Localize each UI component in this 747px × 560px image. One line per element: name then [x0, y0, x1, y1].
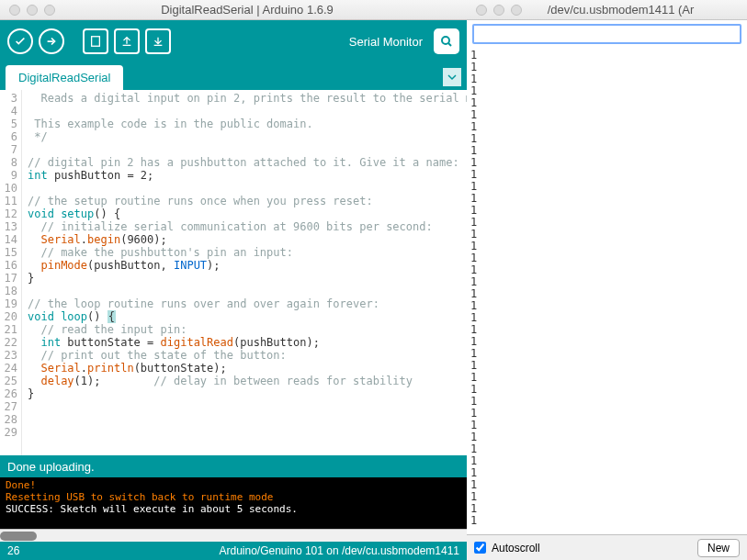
serial-output[interactable]: 1111111111111111111111111111111111111111	[467, 48, 747, 534]
serial-monitor-label: Serial Monitor	[349, 35, 423, 49]
serial-send-input[interactable]	[472, 24, 741, 44]
console-line: Resetting USB to switch back to runtime …	[6, 491, 461, 503]
horizontal-scrollbar[interactable]	[0, 529, 467, 542]
monitor-title: /dev/cu.usbmodem1411 (Ar	[531, 3, 747, 17]
ide-toolbar: Serial Monitor	[0, 20, 467, 62]
monitor-button[interactable]: New	[697, 539, 740, 557]
minimize-icon[interactable]	[27, 5, 38, 16]
autoscroll-checkbox[interactable]	[474, 542, 486, 554]
code-editor[interactable]: 3456789101112131415161718192021222324252…	[0, 90, 467, 455]
upload-button[interactable]	[39, 28, 64, 54]
zoom-icon[interactable]	[44, 5, 55, 16]
ide-footer: 26 Arduino/Genuino 101 on /dev/cu.usbmod…	[0, 542, 467, 560]
open-button[interactable]	[114, 28, 140, 54]
tab-menu-button[interactable]	[443, 68, 461, 86]
svg-point-1	[442, 37, 449, 44]
window-controls	[0, 5, 64, 16]
minimize-icon[interactable]	[493, 5, 504, 16]
arduino-ide-window: DigitalReadSerial | Arduino 1.6.9 Serial…	[0, 0, 467, 560]
save-button[interactable]	[145, 28, 171, 54]
ide-title: DigitalReadSerial | Arduino 1.6.9	[64, 3, 467, 17]
close-icon[interactable]	[476, 5, 487, 16]
tab-sketch[interactable]: DigitalReadSerial	[6, 65, 123, 90]
close-icon[interactable]	[9, 5, 20, 16]
ide-titlebar[interactable]: DigitalReadSerial | Arduino 1.6.9	[0, 0, 467, 20]
status-text: Done uploading.	[7, 460, 95, 474]
monitor-titlebar[interactable]: /dev/cu.usbmodem1411 (Ar	[467, 0, 747, 20]
console-output[interactable]: Done! Resetting USB to switch back to ru…	[0, 477, 467, 529]
svg-rect-0	[92, 37, 100, 47]
scrollbar-thumb[interactable]	[0, 532, 37, 541]
console-line: SUCCESS: Sketch will execute in about 5 …	[6, 503, 461, 515]
tab-bar: DigitalReadSerial	[0, 62, 467, 90]
board-info: Arduino/Genuino 101 on /dev/cu.usbmodem1…	[219, 544, 459, 557]
serial-monitor-button[interactable]	[434, 28, 459, 54]
verify-button[interactable]	[7, 28, 33, 54]
serial-monitor-window: /dev/cu.usbmodem1411 (Ar 111111111111111…	[467, 0, 747, 560]
monitor-input-row	[467, 20, 747, 48]
zoom-icon[interactable]	[511, 5, 522, 16]
cursor-line: 26	[7, 544, 19, 557]
new-button[interactable]	[83, 28, 108, 54]
line-gutter: 3456789101112131415161718192021222324252…	[0, 90, 22, 455]
autoscroll-label: Autoscroll	[492, 542, 540, 554]
code-area[interactable]: Reads a digital input on pin 2, prints t…	[22, 90, 467, 455]
status-bar: Done uploading.	[0, 455, 467, 477]
window-controls	[467, 5, 531, 16]
console-line: Done!	[6, 479, 461, 491]
monitor-footer: Autoscroll New	[467, 534, 747, 560]
